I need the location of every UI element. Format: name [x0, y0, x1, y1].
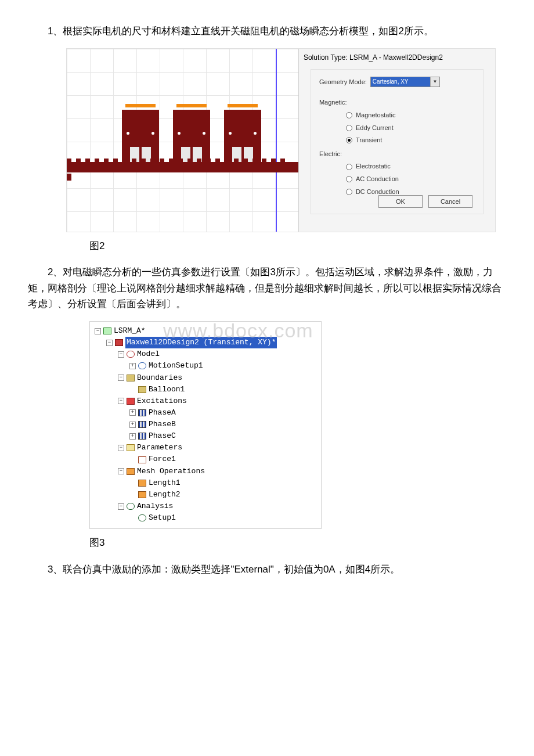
spacer-icon	[129, 456, 136, 463]
spacer-icon	[129, 491, 136, 498]
stator-track	[67, 162, 298, 172]
cancel-button[interactable]: Cancel	[428, 195, 472, 208]
figure-2: Solution Type: LSRM_A - Maxwell2DDesign2…	[66, 48, 496, 232]
tree-phase-b[interactable]: + PhaseB	[92, 419, 319, 430]
minus-icon[interactable]: −	[118, 351, 124, 358]
tree-model[interactable]: − Model	[92, 348, 319, 360]
tree-phase-a[interactable]: + PhaseA	[92, 407, 319, 419]
figure-3-caption: 图3	[28, 535, 506, 550]
chevron-down-icon[interactable]: ▼	[430, 77, 439, 87]
tree-label: PhaseA	[149, 407, 176, 419]
magnetic-group-label: Magnetic:	[319, 98, 475, 108]
tree-mesh[interactable]: − Mesh Operations	[92, 466, 319, 477]
parameters-icon	[127, 444, 135, 451]
spacer-icon	[129, 386, 136, 393]
analysis-icon	[127, 503, 135, 510]
plus-icon[interactable]: +	[129, 363, 136, 369]
spacer-icon	[129, 515, 136, 521]
ok-button[interactable]: OK	[378, 195, 423, 208]
motion-icon	[138, 362, 146, 369]
tree-boundaries[interactable]: − Boundaries	[92, 372, 319, 384]
mover-block	[224, 110, 261, 162]
tree-design[interactable]: − Maxwell2DDesign2 (Transient, XY)*	[92, 337, 319, 348]
tree-label: Excitations	[137, 395, 187, 407]
winding-icon	[138, 409, 146, 416]
solution-type-dialog: Solution Type: LSRM_A - Maxwell2DDesign2…	[298, 49, 495, 232]
figure-3: www.bdocx.com − LSRM_A* − Maxwell2DDesig…	[89, 321, 322, 529]
radio-icon	[346, 125, 352, 131]
model-icon	[127, 351, 135, 358]
winding-icon	[138, 421, 146, 428]
minus-icon[interactable]: −	[118, 375, 124, 381]
radio-icon	[346, 189, 352, 195]
tree-length2[interactable]: Length2	[92, 489, 319, 501]
tree-motion[interactable]: + MotionSetup1	[92, 360, 319, 372]
tree-label: Force1	[149, 453, 176, 465]
tree-excitations[interactable]: − Excitations	[92, 395, 319, 407]
tree-parameters[interactable]: − Parameters	[92, 442, 319, 453]
mesh-length-icon	[138, 491, 146, 498]
radio-label: Magnetostatic	[356, 110, 395, 121]
tree-label: Setup1	[149, 512, 176, 524]
radio-ac-conduction[interactable]: AC Conduction	[346, 174, 475, 185]
paragraph-2: 2、对电磁瞬态分析的一些仿真参数进行设置〔如图3所示〕。包括运动区域，求解边界条…	[28, 264, 506, 312]
tree-force[interactable]: Force1	[92, 453, 319, 465]
tree-label: Parameters	[137, 442, 182, 453]
tree-label: Balloon1	[149, 384, 185, 395]
radio-icon	[346, 176, 352, 182]
setup-icon	[138, 514, 146, 521]
geometry-mode-dropdown[interactable]: Cartesian, XY ▼	[370, 77, 440, 87]
radio-label: AC Conduction	[356, 174, 399, 185]
tree-root[interactable]: − LSRM_A*	[92, 325, 319, 337]
radio-magnetostatic[interactable]: Magnetostatic	[346, 110, 475, 121]
minus-icon[interactable]: −	[95, 328, 101, 334]
radio-eddy-current[interactable]: Eddy Current	[346, 123, 475, 134]
project-tree[interactable]: − LSRM_A* − Maxwell2DDesign2 (Transient,…	[90, 322, 321, 528]
y-axis-line	[276, 49, 277, 232]
minus-icon[interactable]: −	[118, 445, 124, 451]
radio-icon	[346, 164, 352, 170]
tree-label: PhaseB	[149, 419, 176, 430]
plus-icon[interactable]: +	[129, 409, 136, 416]
stator-teeth	[67, 155, 298, 162]
radio-electrostatic[interactable]: Electrostatic	[346, 161, 475, 172]
paragraph-1: 1、根据实际电机的尺寸和材料建立直线开关磁阻电机的磁场瞬态分析模型，如图2所示。	[28, 23, 506, 39]
project-icon	[103, 327, 111, 334]
tree-label: Analysis	[137, 501, 173, 512]
figure-2-caption: 图2	[28, 238, 506, 254]
electric-group-label: Electric:	[319, 149, 475, 160]
model-canvas	[67, 49, 298, 232]
tree-label: Mesh Operations	[137, 466, 205, 477]
tree-label: PhaseC	[149, 430, 176, 442]
tree-label: Length2	[149, 489, 181, 501]
radio-label: Transient	[356, 135, 382, 146]
radio-icon	[346, 112, 352, 118]
paragraph-3: 3、联合仿真中激励的添加：激励类型选择"External"，初始值为0A，如图4…	[28, 561, 506, 577]
page: 1、根据实际电机的尺寸和材料建立直线开关磁阻电机的磁场瞬态分析模型，如图2所示。	[0, 0, 534, 756]
winding-icon	[138, 433, 146, 440]
design-icon	[115, 339, 123, 346]
tree-length1[interactable]: Length1	[92, 477, 319, 489]
mover-block	[122, 110, 159, 162]
excitation-icon	[127, 398, 135, 405]
tree-phase-c[interactable]: + PhaseC	[92, 430, 319, 442]
mover-block	[173, 110, 210, 162]
minus-icon[interactable]: −	[106, 340, 113, 346]
plus-icon[interactable]: +	[129, 422, 136, 428]
plus-icon[interactable]: +	[129, 433, 136, 440]
radio-label: Eddy Current	[356, 123, 394, 134]
balloon-icon	[138, 386, 146, 393]
mesh-icon	[127, 468, 135, 475]
spacer-icon	[129, 480, 136, 486]
tree-label: Length1	[149, 477, 181, 489]
minus-icon[interactable]: −	[118, 503, 124, 510]
tree-setup[interactable]: Setup1	[92, 512, 319, 524]
tree-balloon[interactable]: Balloon1	[92, 384, 319, 395]
radio-label: Electrostatic	[356, 161, 391, 172]
force-icon	[138, 456, 146, 463]
dialog-title: Solution Type: LSRM_A - Maxwell2DDesign2	[299, 49, 495, 66]
minus-icon[interactable]: −	[118, 468, 124, 474]
tree-analysis[interactable]: − Analysis	[92, 501, 319, 512]
minus-icon[interactable]: −	[118, 398, 124, 404]
radio-transient[interactable]: Transient	[346, 135, 475, 146]
